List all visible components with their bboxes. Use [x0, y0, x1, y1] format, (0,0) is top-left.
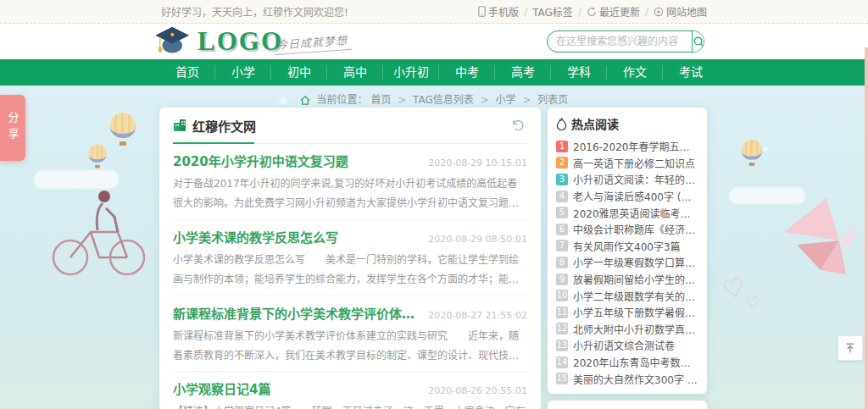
rank-badge: 15 [556, 373, 568, 384]
hot-item-text: 老人与海读后感400字 (精选3篇) [573, 189, 698, 203]
hot-list-item[interactable]: 10小学二年级跟数学有关的日记 [556, 287, 698, 304]
breadcrumb-separator: > [481, 94, 489, 106]
rank-badge: 1 [556, 141, 568, 152]
hot-list-item[interactable]: 142020年山东青岛中考数学真题 (已公布) [556, 354, 698, 371]
hot-list-item[interactable]: 12016-2020年春学期五年级语文下期末模拟 [556, 138, 698, 155]
hot-list-item[interactable]: 9放暑假期间留给小学生的三年级英语作文范文 [556, 271, 698, 288]
panel-header: 红穆作文网 [173, 108, 527, 144]
article-title-link[interactable]: 2020年小学升初中语文复习题 [173, 152, 348, 169]
article-date: 2020-08-27 21:55:02 [428, 310, 527, 321]
hot-list-item[interactable]: 2高一英语下册必修二知识点 [556, 155, 698, 172]
search-input[interactable] [548, 31, 692, 52]
hot-item-text: 小学二年级跟数学有关的日记 [573, 289, 698, 303]
article-title-link[interactable]: 小学美术课的教学反思怎么写 [173, 228, 338, 246]
rank-badge: 6 [556, 224, 568, 235]
tag-link[interactable]: TAG标签 [532, 4, 573, 19]
nav-item-xiaoshengchu[interactable]: 小升初 [383, 59, 439, 86]
site-slogan: 今日成就梦想 [272, 31, 351, 55]
heart-icon: ♡ [744, 292, 761, 312]
article-item: 2020年小学升初中语文复习题 2020-08-29 10:15:01 对于备战… [173, 144, 527, 220]
undo-icon[interactable] [510, 118, 526, 136]
share-label: 分享 [5, 112, 21, 144]
top-links-separator: / [645, 6, 648, 18]
bicycle-girl-illustration [47, 183, 153, 280]
page: 好好学习，天天向上，红穆作文网欢迎您! 手机版 / TAG标签 / 最近更新 /… [0, 0, 868, 409]
nav-item-zuowen[interactable]: 作文 [607, 59, 663, 86]
article-item: 新课程标准背景下的小学美术教学评价体系建立的实践与研究 2020-08-27 2… [173, 296, 527, 373]
article-excerpt: 对于备战2017年小升初的同学来说,复习的好坏对小升初考试成绩的高低起着很大的影… [173, 174, 527, 214]
sitemap-link[interactable]: 网站地图 [654, 4, 707, 19]
hot-item-text: 小学五年级下册数学暑假作业答案【20-61 [573, 305, 698, 319]
home-icon [300, 96, 310, 105]
breadcrumb-taglist[interactable]: TAG信息列表 [413, 94, 474, 106]
nav-item-junior[interactable]: 初中 [271, 59, 327, 86]
recent-update-link[interactable]: 最近更新 [587, 4, 640, 19]
hot-item-text: 美丽的大自然作文300字 (精选3篇) [573, 372, 698, 386]
nav-item-zhongkao[interactable]: 中考 [439, 59, 495, 86]
search-button[interactable] [692, 31, 704, 52]
nav-item-gaokao[interactable]: 高考 [495, 59, 551, 86]
nav-item-primary[interactable]: 小学 [215, 59, 271, 86]
content-area: ♡ ♡ 当前位置： 首页 > TAG信息列表 > 小学 > 列表页 红穆作文网 [0, 86, 868, 409]
article-excerpt: 小学美术课的教学反思怎么写 美术是一门特别的学科，它能让学生学到绘画与制作的本领… [173, 251, 527, 290]
search-box [547, 30, 704, 53]
hot-list-item[interactable]: 52020雅思英语阅读临考冲刺试题附答案 [556, 204, 698, 221]
mobile-version-link[interactable]: 手机版 [478, 4, 519, 19]
breadcrumb-current: 列表页 [537, 94, 568, 106]
hot-list-item[interactable]: 7有关风雨作文400字3篇 [556, 238, 698, 255]
article-excerpt: 新课程标准背景下的小学美术教学评价体系建立的实践与研究 近年来，随着素质教育的不… [173, 327, 527, 367]
hot-list-item[interactable]: 6中级会计职称题库《经济法》检测题 [556, 221, 698, 238]
back-to-top-button[interactable] [837, 335, 863, 361]
phone-icon [478, 6, 486, 17]
heart-icon: ♡ [720, 272, 748, 306]
hot-list-item[interactable]: 4老人与海读后感400字 (精选3篇) [556, 188, 698, 205]
nav-item-home[interactable]: 首页 [159, 59, 215, 86]
hot-list-item[interactable]: 12北师大附中小升初数学真题汇编 [556, 321, 698, 338]
hot-list-item[interactable]: 3小升初语文阅读：年轻的国旗 [556, 171, 698, 188]
nav-item-subject[interactable]: 学科 [551, 59, 607, 86]
article-item: 小学观察日记4篇 2020-08-26 20:55:01 【精选】小学观察日记4… [173, 372, 527, 409]
hot-item-text: 放暑假期间留给小学生的三年级英语作文范文 [573, 272, 698, 286]
article-date: 2020-08-26 20:55:01 [428, 385, 527, 396]
back-to-top-icon [844, 342, 856, 354]
nav-item-senior[interactable]: 高中 [327, 59, 383, 86]
rank-badge: 12 [556, 323, 568, 334]
top-links-separator: / [524, 6, 527, 18]
recent-update-icon [587, 7, 597, 17]
balloon-illustration [110, 113, 136, 145]
article-title-link[interactable]: 新课程标准背景下的小学美术教学评价体系建立的实践与研究 [173, 304, 421, 322]
rank-badge: 2 [556, 157, 568, 169]
paper-crane-illustration [780, 194, 860, 283]
welcome-text: 好好学习，天天向上，红穆作文网欢迎您! [161, 4, 348, 19]
cloud-illustration [729, 187, 805, 204]
page-scrollbar[interactable] [865, 47, 868, 409]
share-button[interactable]: 分享 [0, 95, 25, 161]
breadcrumb-xiaoxue[interactable]: 小学 [496, 94, 516, 106]
hot-list-item[interactable]: 11小学五年级下册数学暑假作业答案【20-61 [556, 304, 698, 321]
balloon-illustration [88, 144, 107, 167]
hot-list-item[interactable]: 15美丽的大自然作文300字 (精选3篇) [556, 370, 698, 387]
balloon-illustration [742, 140, 762, 165]
rank-badge: 5 [556, 207, 568, 218]
hot-panel-header: 热点阅读 [556, 115, 698, 132]
hot-item-text: 小学一年级寒假数学口算练习题三篇 [573, 255, 698, 269]
rank-badge: 9 [556, 274, 568, 285]
hot-list-item[interactable]: 13小升初语文综合测试卷 [556, 337, 698, 354]
rank-badge: 10 [556, 290, 568, 301]
top-links-separator: / [578, 6, 581, 18]
site-logo[interactable]: LOGO [155, 25, 283, 58]
nav-item-kaoshi[interactable]: 考试 [663, 59, 719, 86]
breadcrumb-separator: > [522, 94, 531, 106]
site-icon [173, 119, 186, 132]
hot-panel-title: 热点阅读 [571, 115, 619, 132]
rank-badge: 7 [556, 240, 568, 251]
flame-icon [556, 118, 567, 130]
main-nav: 首页 小学 初中 高中 小升初 中考 高考 学科 作文 考试 [0, 59, 868, 86]
hot-item-text: 中级会计职称题库《经济法》检测题 [573, 222, 698, 236]
article-title-link[interactable]: 小学观察日记4篇 [173, 379, 270, 397]
hot-item-text: 2016-2020年春学期五年级语文下期末模拟 [573, 139, 698, 153]
breadcrumb-home[interactable]: 首页 [370, 94, 391, 106]
hot-item-text: 北师大附中小升初数学真题汇编 [573, 322, 698, 336]
hot-item-text: 小升初语文阅读：年轻的国旗 [573, 172, 698, 186]
hot-list-item[interactable]: 8小学一年级寒假数学口算练习题三篇 [556, 254, 698, 271]
